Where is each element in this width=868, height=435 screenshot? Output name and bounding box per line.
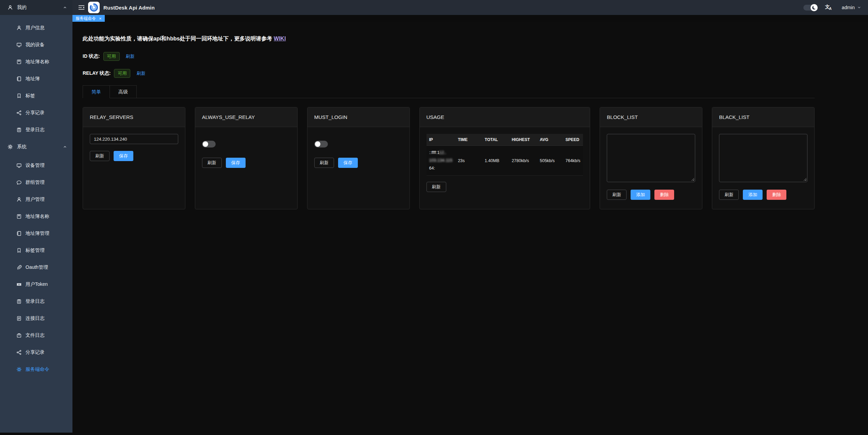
sidebar-item-login-logs[interactable]: 登录日志 [0,121,72,138]
sidebar-group-system-label: 系统 [17,144,27,150]
sidebar-item-user-token[interactable]: 用户Token [0,276,72,293]
sidebar-item-address-book-names[interactable]: 地址簿名称 [0,208,72,225]
card-title: ALWAYS_USE_RELAY [195,107,297,127]
relay-servers-input[interactable] [90,134,178,144]
block-list-delete-button[interactable]: 删除 [654,190,674,200]
black-list-delete-button[interactable]: 删除 [767,190,786,200]
always-use-relay-save-button[interactable]: 保存 [226,158,246,168]
id-status-badge: 可用 [103,52,120,61]
chevron-up-icon[interactable] [63,5,67,10]
black-list-refresh-button[interactable]: 刷新 [719,190,739,200]
always-use-relay-toggle[interactable] [202,141,216,147]
dark-mode-toggle[interactable] [803,5,817,11]
sidebar-group-my-label: 我的 [17,4,27,11]
sidebar-group-my[interactable]: 我的 [0,0,72,15]
relay-save-button[interactable]: 保存 [114,151,133,161]
clipboard-icon [16,299,22,304]
sidebar-item-address-book[interactable]: 地址簿 [0,70,72,87]
sidebar-item-group-management[interactable]: 群组管理 [0,174,72,191]
must-login-save-button[interactable]: 保存 [338,158,358,168]
sidebar-item-device-management[interactable]: 设备管理 [0,157,72,174]
card-title: USAGE [420,107,590,127]
usage-speed-cell: 764kb/s [563,146,583,176]
sidebar-item-tag-management[interactable]: 标签管理 [0,242,72,259]
relay-refresh-link[interactable]: 刷新 [136,70,145,76]
usage-highest-cell: 2780kb/s [509,146,537,176]
sidebar-item-file-logs[interactable]: 文件日志 [0,327,72,344]
tab-simple[interactable]: 简单 [83,85,110,98]
close-icon[interactable]: × [99,16,102,21]
sidebar-item-share-records[interactable]: 分享记录 [0,344,72,361]
sidebar-item-tags[interactable]: 标签 [0,87,72,104]
card-title: BLACK_LIST [712,107,814,127]
sidebar-item-login-logs[interactable]: 登录日志 [0,293,72,310]
col-highest: HIGHEST [509,134,537,146]
black-list-textarea[interactable] [719,134,807,182]
sidebar-item-address-book-names[interactable]: 地址簿名称 [0,53,72,70]
sidebar-menu-system: 设备管理 群组管理 用户管理 地址簿名称 地址簿管理 标签管理 Oauth管理 … [0,157,72,378]
sidebar-item-user-management[interactable]: 用户管理 [0,191,72,208]
col-total: TOTAL [482,134,509,146]
must-login-refresh-button[interactable]: 刷新 [314,158,334,168]
relay-status-row: RELAY 状态: 可用 刷新 [83,69,815,78]
card-title: RELAY_SERVERS [83,107,185,127]
block-list-refresh-button[interactable]: 刷新 [607,190,627,200]
card-title: MUST_LOGIN [307,107,410,127]
notebook-icon [16,231,22,236]
black-list-add-button[interactable]: 添加 [743,190,763,200]
notebook-icon [16,76,22,82]
sidebar-item-user-info[interactable]: 用户信息 [0,19,72,36]
bookmark-icon [16,248,22,253]
card-black-list: BLACK_LIST 刷新 添加 删除 [712,107,815,209]
clipboard-icon [16,127,22,133]
col-time: TIME [455,134,482,146]
open-tabs-bar: 服务端命令 × [72,15,868,22]
sidebar-item-server-commands[interactable]: 服务端命令 [0,361,72,378]
block-list-add-button[interactable]: 添加 [631,190,650,200]
app-title: RustDesk Api Admin [103,5,155,11]
block-list-textarea[interactable] [607,134,695,182]
id-status-row: ID 状态: 可用 刷新 [83,52,815,61]
person-icon [16,197,22,202]
translate-icon[interactable]: 文A [825,4,832,11]
sidebar-item-address-book-management[interactable]: 地址簿管理 [0,225,72,242]
card-title: BLOCK_LIST [600,107,702,127]
experimental-notice: 此处功能为实验性质，请确保api和hbbs处于同一回环地址下，更多说明请参考 W… [83,35,815,42]
usage-total-cell: 1.40MB [482,146,509,176]
card-relay-servers: RELAY_SERVERS 刷新 保存 [83,107,185,209]
always-use-relay-refresh-button[interactable]: 刷新 [202,158,222,168]
card-usage: USAGE IP TIME TOTAL HIGHEST AVG SPEED [419,107,590,209]
id-refresh-link[interactable]: 刷新 [126,53,135,59]
chevron-up-icon[interactable] [63,145,67,149]
share-icon [16,350,22,355]
person-icon [16,25,22,31]
bookmark-icon [16,93,22,99]
must-login-toggle[interactable] [314,141,328,147]
sidebar-item-share-records[interactable]: 分享记录 [0,104,72,121]
usage-time-cell: 23s [455,146,482,176]
collapse-sidebar-icon[interactable] [78,5,85,10]
user-menu[interactable]: admin [842,5,855,10]
usage-refresh-button[interactable]: 刷新 [427,182,446,192]
settings-cards: RELAY_SERVERS 刷新 保存 ALWAYS_USE_RELAY 刷新 … [83,107,815,209]
book-icon [16,59,22,65]
ticket-icon [16,282,22,287]
box-icon [16,333,22,338]
moon-icon [812,6,816,10]
sidebar-group-system[interactable]: 系统 [0,138,72,155]
paperclip-icon [16,265,22,270]
card-must-login: MUST_LOGIN 刷新 保存 [307,107,410,209]
book-icon [16,214,22,219]
chat-icon [16,180,22,185]
relay-refresh-button[interactable]: 刷新 [90,151,110,161]
sidebar-item-connection-logs[interactable]: 连接日志 [0,310,72,327]
wiki-link[interactable]: WIKI [274,36,286,41]
table-row: ::ffff:112.. 103.134.115 64: 23s 1.40MB … [427,146,583,176]
topbar: RustDesk Api Admin 文A admin [72,0,868,15]
usage-ip-cell: ::ffff:112.. 103.134.115 64: [427,146,455,176]
tab-advanced[interactable]: 高级 [110,85,137,98]
sidebar-item-my-devices[interactable]: 我的设备 [0,36,72,53]
tab-server-commands[interactable]: 服务端命令 × [72,15,105,22]
sidebar-item-oauth-management[interactable]: Oauth管理 [0,259,72,276]
chevron-down-icon[interactable] [857,5,861,10]
